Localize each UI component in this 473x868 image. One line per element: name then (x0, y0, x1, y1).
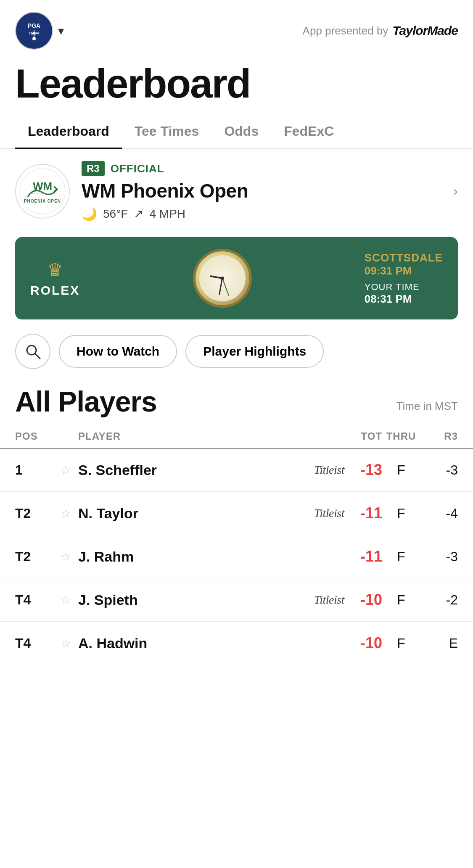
svg-text:PGA: PGA (28, 22, 40, 29)
player-favorite-star[interactable]: ☆ (53, 636, 78, 650)
svg-line-12 (35, 354, 40, 359)
player-total: -11 (344, 504, 382, 522)
wind-speed: 4 MPH (149, 207, 185, 221)
round-badge: R3 (82, 161, 105, 176)
rolex-brand-text: ROLEX (30, 283, 80, 298)
clock-center-dot (221, 277, 224, 280)
header-star-spacer (53, 430, 78, 442)
tournament-chevron-right[interactable]: › (453, 183, 458, 199)
player-r3: -3 (420, 549, 458, 565)
temperature: 56°F (103, 207, 128, 221)
player-position: T2 (15, 506, 53, 521)
player-favorite-star[interactable]: ☆ (53, 550, 78, 564)
player-thru: F (382, 592, 420, 608)
pga-logo[interactable]: PGA TOUR (15, 12, 53, 50)
rolex-location: SCOTTSDALE (365, 251, 443, 264)
rolex-scottsdale-time: 09:31 PM (365, 264, 443, 277)
time-zone-label: Time in MST (396, 400, 458, 418)
player-r3: -4 (420, 506, 458, 521)
logo-area[interactable]: PGA TOUR ▾ (15, 12, 64, 50)
clock-minute-hand (219, 278, 223, 295)
weather-info: 🌙 56°F ↗ 4 MPH (82, 206, 441, 221)
header-thru: THRU (382, 430, 420, 442)
table-row[interactable]: T2 ☆ J. Rahm -11 F -3 (0, 535, 473, 578)
player-thru: F (382, 462, 420, 478)
player-thru: F (382, 506, 420, 521)
moon-icon: 🌙 (82, 206, 97, 221)
player-name: J. Rahm (78, 549, 277, 565)
player-sponsor: Titleist (277, 507, 344, 520)
player-thru: F (382, 636, 420, 651)
player-sponsor: Titleist (277, 593, 344, 607)
rolex-branding: ♛ ROLEX (30, 259, 80, 298)
players-header: All Players Time in MST (0, 381, 473, 425)
player-name: N. Taylor (78, 505, 277, 522)
player-thru: F (382, 549, 420, 565)
tab-tee-times[interactable]: Tee Times (122, 117, 212, 149)
nav-tabs: Leaderboard Tee Times Odds FedExC (0, 117, 473, 149)
sponsor-logo: Titleist (314, 507, 344, 520)
tournament-info: R3 OFFICIAL WM Phoenix Open 🌙 56°F ↗ 4 M… (82, 161, 441, 221)
rolex-time-info: SCOTTSDALE 09:31 PM YOUR TIME 08:31 PM (365, 251, 443, 306)
svg-point-3 (32, 37, 36, 40)
rolex-clock (193, 249, 252, 308)
search-icon (25, 343, 41, 359)
round-badge-row: R3 OFFICIAL (82, 161, 441, 176)
official-status: OFFICIAL (111, 162, 164, 175)
tournament-card[interactable]: WM PHOENIX OPEN R3 OFFICIAL WM Phoenix O… (0, 149, 473, 233)
player-name: A. Hadwin (78, 635, 277, 652)
player-position: T2 (15, 549, 53, 565)
header-pos: POS (15, 430, 53, 442)
player-favorite-star[interactable]: ☆ (53, 593, 78, 607)
clock-second-hand (222, 278, 229, 296)
sponsor-logo: Titleist (314, 463, 344, 476)
header-r3: R3 (420, 430, 458, 442)
player-r3: -2 (420, 592, 458, 608)
wind-arrow: ↗ (134, 207, 143, 221)
table-row[interactable]: T4 ☆ J. Spieth Titleist -10 F -2 (0, 578, 473, 622)
player-position: 1 (15, 462, 53, 478)
wm-phoenix-logo: WM PHOENIX OPEN (19, 168, 66, 214)
player-total: -11 (344, 548, 382, 565)
how-to-watch-button[interactable]: How to Watch (59, 335, 177, 368)
player-name: J. Spieth (78, 592, 277, 608)
search-button[interactable] (15, 334, 50, 369)
presented-by: App presented by TaylorMade (303, 24, 458, 38)
page-title: Leaderboard (0, 56, 473, 117)
player-total: -13 (344, 461, 382, 479)
player-total: -10 (344, 591, 382, 609)
player-position: T4 (15, 592, 53, 608)
table-row[interactable]: T4 ☆ A. Hadwin -10 F E (0, 622, 473, 665)
player-highlights-button[interactable]: Player Highlights (185, 335, 324, 368)
players-table: 1 ☆ S. Scheffler Titleist -13 F -3 T2 ☆ … (0, 449, 473, 665)
player-favorite-star[interactable]: ☆ (53, 507, 78, 520)
sponsor-logo: Titleist (314, 593, 344, 606)
taylormade-logo: TaylorMade (392, 24, 458, 38)
player-position: T4 (15, 636, 53, 651)
player-r3: E (420, 636, 458, 651)
rolex-crown-icon: ♛ (47, 259, 63, 280)
tab-leaderboard[interactable]: Leaderboard (15, 117, 122, 149)
rolex-your-time-label: YOUR TIME (365, 282, 443, 293)
table-row[interactable]: 1 ☆ S. Scheffler Titleist -13 F -3 (0, 449, 473, 492)
player-sponsor: Titleist (277, 463, 344, 477)
tab-odds[interactable]: Odds (211, 117, 271, 149)
svg-text:PHOENIX OPEN: PHOENIX OPEN (24, 199, 61, 203)
tournament-logo: WM PHOENIX OPEN (15, 164, 70, 219)
table-header: POS PLAYER TOT THRU R3 (0, 425, 473, 449)
top-bar: PGA TOUR ▾ App presented by TaylorMade (0, 0, 473, 56)
action-row: How to Watch Player Highlights (0, 330, 473, 381)
header-sponsor-spacer (277, 430, 344, 442)
tournament-name: WM Phoenix Open (82, 179, 441, 202)
all-players-title: All Players (15, 385, 157, 418)
clock-face (199, 255, 246, 301)
player-favorite-star[interactable]: ☆ (53, 463, 78, 477)
rolex-ad[interactable]: ♛ ROLEX SCOTTSDALE 09:31 PM YOUR TIME 08… (15, 237, 458, 319)
app-switcher-chevron[interactable]: ▾ (58, 24, 64, 38)
header-tot: TOT (344, 430, 382, 442)
table-row[interactable]: T2 ☆ N. Taylor Titleist -11 F -4 (0, 492, 473, 535)
player-total: -10 (344, 634, 382, 652)
tab-fedex[interactable]: FedExC (271, 117, 346, 149)
presented-by-text: App presented by (303, 24, 388, 37)
player-r3: -3 (420, 462, 458, 478)
